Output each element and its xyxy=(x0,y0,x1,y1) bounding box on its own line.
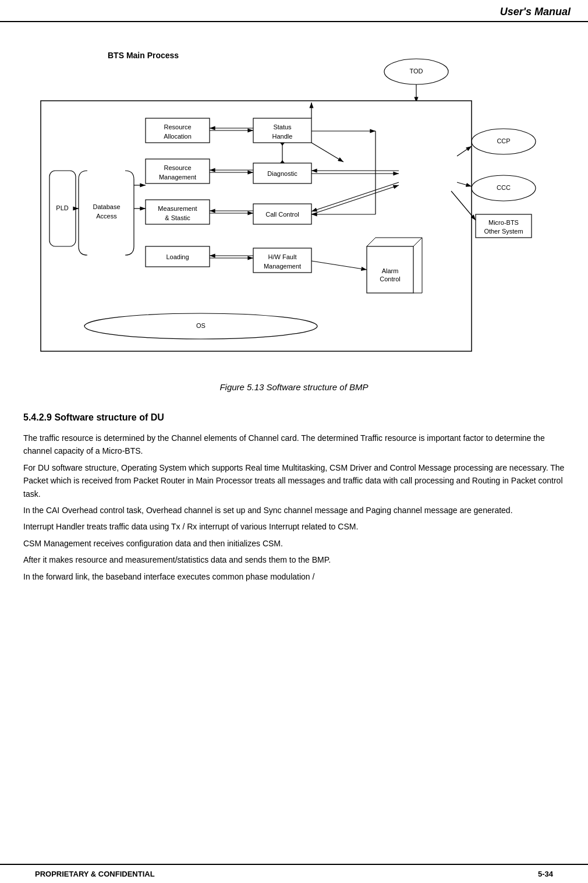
hw-label2: Management xyxy=(264,263,301,270)
cc-label: Call Control xyxy=(265,211,299,218)
ra-label1: Resource xyxy=(164,123,191,130)
sh-label2: Handle xyxy=(272,133,293,140)
os-bottom-label: OS xyxy=(196,322,206,329)
diag-label: Diagnostic xyxy=(267,170,297,177)
db-label2: Access xyxy=(96,213,117,220)
micro-bts-label1: Micro-BTS xyxy=(488,219,519,226)
db-label1: Database xyxy=(93,203,120,210)
page-footer: PROPRIETARY & CONFIDENTIAL 5-34 xyxy=(0,864,588,883)
alarm-label2: Control xyxy=(380,276,400,282)
bts-diagram: BTS Main Process TOD CCP CCC OS Micro-BT… xyxy=(32,34,556,372)
page-content: BTS Main Process TOD CCP CCC OS Micro-BT… xyxy=(0,22,588,598)
rm-label1: Resource xyxy=(164,164,191,171)
diagram-svg-wrapper: BTS Main Process TOD CCP CCC OS Micro-BT… xyxy=(32,34,556,373)
micro-bts-label2: Other System xyxy=(484,228,523,235)
page-title: User's Manual xyxy=(500,6,571,18)
figure-caption: Figure 5.13 Software structure of BMP xyxy=(219,382,368,392)
footer-left: PROPRIETARY & CONFIDENTIAL xyxy=(35,870,155,878)
loading-label: Loading xyxy=(166,253,189,260)
tod-label: TOD xyxy=(409,68,423,75)
page-header: User's Manual xyxy=(0,0,588,22)
rm-label2: Management xyxy=(159,174,196,181)
meas-label2: & Stastic xyxy=(165,214,190,221)
bts-main-label: BTS Main Process xyxy=(108,51,179,60)
paragraph-2: For DU software structure, Operating Sys… xyxy=(23,461,565,500)
ccp-label: CCP xyxy=(497,137,510,144)
hw-label1: H/W Fault xyxy=(268,253,297,260)
paragraph-4: Interrupt Handler treats traffic data us… xyxy=(23,520,565,533)
section-heading: 5.4.2.9 Software structure of DU xyxy=(23,412,565,423)
paragraph-3: In the CAI Overhead control task, Overhe… xyxy=(23,504,565,517)
sh-label1: Status xyxy=(273,123,292,130)
ccc-label: CCC xyxy=(497,184,511,191)
paragraph-5: CSM Management receives configuration da… xyxy=(23,537,565,550)
ra-label2: Allocation xyxy=(164,133,192,140)
paragraph-7: In the forward link, the baseband interf… xyxy=(23,570,565,583)
pld-label: PLD xyxy=(56,204,68,211)
alarm-label1: Alarm xyxy=(382,267,399,274)
paragraph-1: The traffic resource is determined by th… xyxy=(23,432,565,458)
diagram-container: BTS Main Process TOD CCP CCC OS Micro-BT… xyxy=(23,34,565,407)
footer-page: 5-34 xyxy=(538,870,553,878)
paragraph-6: After it makes resource and measurement/… xyxy=(23,553,565,566)
meas-label1: Measurement xyxy=(158,205,197,212)
